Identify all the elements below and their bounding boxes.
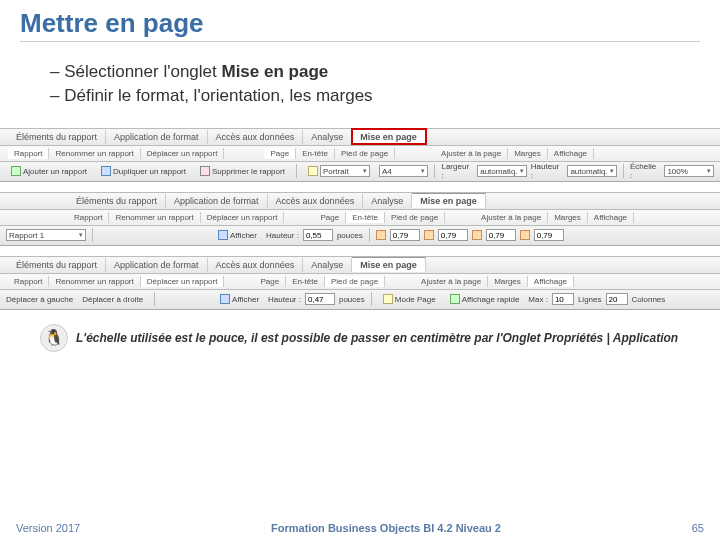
subtab-rename[interactable]: Renommer un rapport: [49, 148, 140, 159]
quick-display-button[interactable]: Affichage rapide: [445, 292, 525, 306]
subtab-rename-3[interactable]: Renommer un rapport: [49, 276, 140, 287]
tab-format[interactable]: Application de format: [106, 130, 208, 144]
page-mode-icon: [383, 294, 393, 304]
subtab-margins-2[interactable]: Marges: [548, 212, 588, 223]
width-label: Largeur :: [441, 162, 473, 180]
footer-page: 65: [692, 522, 704, 534]
lines-label: Lignes: [578, 295, 602, 304]
max-label: Max :: [528, 295, 548, 304]
tab-elements-2[interactable]: Éléments du rapport: [68, 194, 166, 208]
copy-icon: [101, 166, 111, 176]
subtab-footer-2[interactable]: Pied de page: [385, 212, 445, 223]
delete-report-button[interactable]: Supprimer le rapport: [195, 164, 290, 178]
subtab-move-2[interactable]: Déplacer un rapport: [201, 212, 285, 223]
tab-data-2[interactable]: Accès aux données: [268, 194, 364, 208]
max-input[interactable]: [552, 293, 574, 305]
note-row: 🐧 L'échelle utilisée est le pouce, il es…: [40, 324, 700, 352]
show-icon-3: [220, 294, 230, 304]
tab-layout-3[interactable]: Mise en page: [352, 257, 426, 272]
note-text: L'échelle utilisée est le pouce, il est …: [76, 331, 678, 345]
cols-label: Colonnes: [632, 295, 666, 304]
delete-icon: [200, 166, 210, 176]
subtab-display-3[interactable]: Affichage: [528, 276, 574, 287]
subtab-margins-3[interactable]: Marges: [488, 276, 528, 287]
tab-analyse[interactable]: Analyse: [303, 130, 352, 144]
tab-format-2[interactable]: Application de format: [166, 194, 268, 208]
subtab-margins[interactable]: Marges: [508, 148, 548, 159]
tab-data[interactable]: Accès aux données: [208, 130, 304, 144]
tab-format-3[interactable]: Application de format: [106, 258, 208, 272]
bullet-2: Définir le format, l'orientation, les ma…: [50, 84, 700, 108]
footer-title: Formation Business Objects BI 4.2 Niveau…: [271, 522, 501, 534]
report-selector[interactable]: Rapport 1: [6, 229, 86, 241]
subtab-row-1: Rapport Renommer un rapport Déplacer un …: [0, 146, 720, 162]
size-dropdown[interactable]: A4: [379, 165, 429, 177]
slide-title: Mettre en page: [20, 8, 700, 42]
tab-elements[interactable]: Éléments du rapport: [8, 130, 106, 144]
subtab-footer[interactable]: Pied de page: [335, 148, 395, 159]
height-label-3: Hauteur :: [268, 295, 301, 304]
margin-right-icon: [520, 230, 530, 240]
subtab-footer-3[interactable]: Pied de page: [325, 276, 385, 287]
height-input-3[interactable]: [305, 293, 335, 305]
tab-elements-3[interactable]: Éléments du rapport: [8, 258, 106, 272]
subtab-display-2[interactable]: Affichage: [588, 212, 634, 223]
tab-layout-2[interactable]: Mise en page: [412, 193, 486, 208]
screenshot-2: Éléments du rapport Application de forma…: [0, 192, 720, 246]
subtab-move[interactable]: Déplacer un rapport: [141, 148, 225, 159]
portrait-icon: [308, 166, 318, 176]
height-input-2[interactable]: [303, 229, 333, 241]
subtab-rename-2[interactable]: Renommer un rapport: [109, 212, 200, 223]
slide-footer: Version 2017 Formation Business Objects …: [0, 522, 720, 534]
margin-top-icon: [376, 230, 386, 240]
footer-version: Version 2017: [16, 522, 80, 534]
scale-label: Échelle :: [630, 162, 660, 180]
subtab-fit-3[interactable]: Ajuster à la page: [415, 276, 488, 287]
screenshot-1: Éléments du rapport Application de forma…: [0, 128, 720, 182]
tab-data-3[interactable]: Accès aux données: [208, 258, 304, 272]
width-value[interactable]: automatiq.: [477, 165, 527, 177]
add-report-button[interactable]: Ajouter un rapport: [6, 164, 92, 178]
subtab-header-2[interactable]: En-tête: [346, 212, 385, 223]
scale-value[interactable]: 100%: [664, 165, 714, 177]
subtab-rapport-2[interactable]: Rapport: [68, 212, 109, 223]
margin-left-icon: [472, 230, 482, 240]
subtab-page[interactable]: Page: [264, 148, 296, 159]
show-button-3[interactable]: Afficher: [215, 292, 264, 306]
quick-icon: [450, 294, 460, 304]
subtab-display[interactable]: Affichage: [548, 148, 594, 159]
height-value[interactable]: automatiq.: [567, 165, 617, 177]
orientation-dropdown[interactable]: Portrait: [303, 163, 375, 179]
lines-input[interactable]: [606, 293, 628, 305]
subtab-rapport[interactable]: Rapport: [8, 148, 49, 159]
tab-analyse-3[interactable]: Analyse: [303, 258, 352, 272]
margin-3[interactable]: [486, 229, 516, 241]
bullet-1: Sélectionner l'onglet Mise en page: [50, 60, 700, 84]
move-right-button[interactable]: Déplacer à droite: [77, 293, 148, 306]
height-label-2: Hauteur :: [266, 231, 299, 240]
margin-4[interactable]: [534, 229, 564, 241]
penguin-icon: 🐧: [40, 324, 68, 352]
subtab-move-3[interactable]: Déplacer un rapport: [141, 276, 225, 287]
subtab-header[interactable]: En-tête: [296, 148, 335, 159]
duplicate-report-button[interactable]: Dupliquer un rapport: [96, 164, 191, 178]
show-button[interactable]: Afficher: [213, 228, 262, 242]
tab-mise-en-page[interactable]: Mise en page: [352, 129, 426, 144]
tab-analyse-2[interactable]: Analyse: [363, 194, 412, 208]
subtab-page-3[interactable]: Page: [254, 276, 286, 287]
show-icon: [218, 230, 228, 240]
subtab-rapport-3[interactable]: Rapport: [8, 276, 49, 287]
unit-3: pouces: [339, 295, 365, 304]
subtab-fit-2[interactable]: Ajuster à la page: [475, 212, 548, 223]
margin-1[interactable]: [390, 229, 420, 241]
height-label: Hauteur :: [531, 162, 564, 180]
subtab-header-3[interactable]: En-tête: [286, 276, 325, 287]
margin-2[interactable]: [438, 229, 468, 241]
tab-row-1: Éléments du rapport Application de forma…: [0, 128, 720, 146]
screenshot-3: Éléments du rapport Application de forma…: [0, 256, 720, 310]
plus-icon: [11, 166, 21, 176]
mode-page-button[interactable]: Mode Page: [378, 292, 441, 306]
subtab-page-2[interactable]: Page: [314, 212, 346, 223]
subtab-fit[interactable]: Ajuster à la page: [435, 148, 508, 159]
toolbar-1: Ajouter un rapport Dupliquer un rapport …: [0, 162, 720, 182]
